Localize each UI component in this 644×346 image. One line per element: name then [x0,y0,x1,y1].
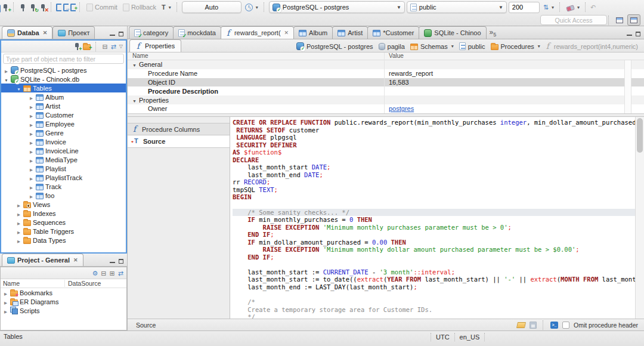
breadcrumb-item-schemas[interactable]: Schemas▾ [410,43,454,50]
chevron-right-icon[interactable] [29,165,34,172]
chevron-right-icon[interactable] [29,121,34,128]
breadcrumb-item-public[interactable]: public [459,42,485,50]
tab-project-general[interactable]: Project - General ✕ [2,254,83,266]
tree-item-postgresql-postgres[interactable]: PostgreSQL - postgres [1,66,126,75]
tree-item-album[interactable]: Album [1,92,126,101]
column-datasource[interactable]: DataSource [65,280,101,287]
chevron-right-icon[interactable] [3,289,8,296]
format-button[interactable]: ▾ [565,4,581,11]
chevron-down-icon[interactable] [4,76,9,83]
tree-item-indexes[interactable]: Indexes [1,209,126,218]
property-row-owner[interactable]: Ownerpostgres [128,104,644,113]
tree-item-views[interactable]: Views [1,200,126,209]
source-scrollbar[interactable] [635,117,644,319]
chevron-right-icon[interactable] [16,237,21,244]
property-row-procedure-description[interactable]: Procedure Description [128,86,644,95]
tab-overflow-button[interactable]: »5 [486,28,500,39]
subtab-source[interactable]: Source [128,135,230,148]
chevron-right-icon[interactable] [3,307,8,314]
disconnect-icon[interactable] [18,3,27,12]
minimize-button[interactable] [627,32,632,36]
tree-item-scripts[interactable]: Scripts [1,306,126,315]
grid-scrollbar[interactable] [624,60,631,113]
tree-item-track[interactable]: Track [1,182,126,191]
maximize-button[interactable] [119,32,123,36]
disconnect-all-icon[interactable]: ✕ [39,3,47,12]
tree-item-sequences[interactable]: Sequences [1,218,126,227]
breadcrumb-item-pagila[interactable]: pagila [379,43,405,50]
source-area[interactable]: CREATE OR REPLACE FUNCTION public.reward… [230,117,644,319]
fetch-all-button[interactable]: ⇅▾ [541,2,556,13]
new-connection-icon[interactable]: + [73,42,80,51]
status-locale[interactable]: en_US [460,333,480,341]
quick-access-input[interactable] [540,15,607,25]
reconnect-icon[interactable]: ↻ [29,3,37,12]
connection-select[interactable]: PostgreSQL - postgres ▼ [269,1,405,13]
commit-button[interactable]: Commit [85,3,119,12]
tx-mode-select[interactable]: Auto [182,1,242,13]
chevron-right-icon[interactable] [3,298,8,305]
grid-column-value[interactable]: Value [384,52,404,60]
chevron-right-icon[interactable] [29,156,34,163]
new-object-icon[interactable] [0,5,1,13]
chevron-down-icon[interactable]: ▼ [132,63,137,67]
tree-item-tables[interactable]: Tables [1,84,126,92]
chevron-down-icon[interactable]: ▾ [538,44,540,49]
grid-column-name[interactable]: Name [128,52,384,60]
chevron-right-icon[interactable] [29,138,34,146]
subtab-procedure-columns[interactable]: Procedure Columns [128,123,230,135]
tree-item-data-types[interactable]: Data Types [1,236,126,245]
close-icon[interactable]: ✕ [284,30,289,36]
source-code[interactable]: CREATE OR REPLACE FUNCTION public.reward… [233,119,635,319]
breadcrumb-item-procedures[interactable]: Procedures▾ [491,43,540,50]
property-row-object-id[interactable]: Object ID16,583 [128,78,644,87]
link-editor-icon[interactable]: ⇄ [118,270,123,277]
dbeaver-perspective-button[interactable] [627,14,640,26]
chevron-down-icon[interactable]: ▾ [451,44,454,49]
property-row-properties[interactable]: ▼Properties [128,95,644,104]
editor-tab-mockdata[interactable]: mockdata [173,26,221,39]
tree-item-playlist[interactable]: Playlist [1,164,126,173]
property-row-procedure-name[interactable]: Procedure Namerewards_report [128,69,644,78]
close-icon[interactable]: ✕ [43,30,48,36]
tree-item-er-diagrams[interactable]: ER Diagrams [1,297,126,306]
tree-item-invoiceline[interactable]: InvoiceLine [1,146,126,155]
tree-item-mediatype[interactable]: MediaType [1,155,126,164]
maximize-button[interactable] [119,259,123,264]
sql-editor-icon[interactable] [56,4,61,11]
property-value[interactable]: postgres [384,105,414,112]
editor-tab-category[interactable]: category [129,26,174,39]
expand-all-icon[interactable]: ⊞ [110,270,115,277]
new-sql-editor-icon[interactable]: + [70,4,76,11]
save-file-icon[interactable] [530,322,537,329]
chevron-right-icon[interactable] [29,147,34,155]
tree-item-genre[interactable]: Genre [1,128,126,137]
tree-item-artist[interactable]: Artist [1,101,126,110]
link-editor-icon[interactable]: ⇄ [111,43,116,50]
schema-select[interactable]: public ▼ [407,1,507,13]
editor-tab-customer[interactable]: *Customer [367,26,419,39]
property-row-general[interactable]: ▼General [128,60,644,69]
recent-sql-editor-icon[interactable]: → [63,4,69,11]
chevron-down-icon[interactable] [16,85,21,92]
tree-item-invoice[interactable]: Invoice [1,137,126,146]
rollback-button[interactable]: Rollback [121,3,158,12]
tree-item-bookmarks[interactable]: Bookmarks [1,288,126,297]
view-menu-icon[interactable]: ▽ [119,43,123,50]
editor-tab-rewards-report[interactable]: rewards_report(✕ [221,26,294,39]
maximize-button[interactable] [636,32,640,36]
chevron-down-icon[interactable]: ▼ [132,99,137,103]
breadcrumb-item-rewards-report-int4-numeric[interactable]: rewards_report(int4,numeric) [546,42,638,50]
chevron-right-icon[interactable] [29,94,34,101]
chevron-right-icon[interactable] [4,67,9,74]
gear-icon[interactable]: ⚙ [92,270,98,277]
chevron-right-icon[interactable] [29,174,34,181]
minimize-button[interactable] [110,259,115,263]
minimize-button[interactable] [110,32,115,36]
chevron-right-icon[interactable] [16,201,21,208]
fetch-size-input[interactable] [509,2,540,13]
chevron-right-icon[interactable] [16,228,21,235]
undo-icon[interactable]: ↶ [590,3,596,12]
tab-database-navigator[interactable]: Databa ✕ [2,26,52,39]
close-icon[interactable]: ✕ [73,257,78,263]
